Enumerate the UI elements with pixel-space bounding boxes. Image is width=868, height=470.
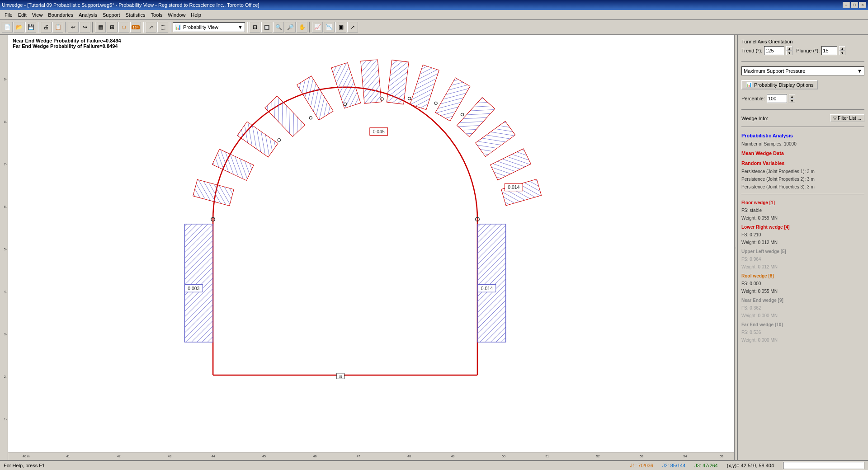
toolbar-snap[interactable]: ⊞ <box>107 22 118 33</box>
percentile-up[interactable]: ▲ <box>789 94 795 99</box>
svg-rect-17 <box>491 149 531 180</box>
menu-file[interactable]: File <box>2 11 15 19</box>
trend-value: 125 <box>765 48 774 53</box>
toolbar-select[interactable]: ⬚ <box>157 22 168 33</box>
toolbar-zoom-window[interactable]: 🔲 <box>261 22 272 33</box>
percentile-down[interactable]: ▼ <box>789 99 795 103</box>
menu-statistics[interactable]: Statistics <box>123 11 148 19</box>
ruler-52: 52 <box>596 455 600 458</box>
ruler-49: 49 <box>451 455 455 458</box>
ruler-mark-6: 6- <box>4 205 7 208</box>
plunge-input[interactable]: 15 <box>821 46 837 55</box>
close-btn[interactable]: × <box>859 2 866 8</box>
percentile-input[interactable]: 100 <box>767 94 787 103</box>
status-input[interactable] <box>783 462 864 469</box>
toolbar-pan[interactable]: ✋ <box>297 22 307 33</box>
window-controls: − □ × <box>843 2 866 8</box>
toolbar-grid[interactable]: ▦ <box>95 22 106 33</box>
ruler-mark-9: 9- <box>4 78 7 81</box>
toolbar-save[interactable]: 💾 <box>25 22 36 33</box>
trend-down[interactable]: ▼ <box>786 51 793 55</box>
toolbar-open[interactable]: 📂 <box>14 22 24 33</box>
menu-boundaries[interactable]: Boundaries <box>45 11 76 19</box>
toolbar-undo[interactable]: ↩ <box>68 22 79 33</box>
wedge-9-weight: Weight: 0.000 MN <box>741 313 864 318</box>
filter-list-btn[interactable]: ▽ Filter List ... <box>830 114 864 122</box>
ruler-mark-8: 8- <box>4 120 7 123</box>
wedge-9-fs: FS: 0.362 <box>741 306 864 310</box>
tunnel-axis-section: Tunnel Axis Orientation Trend (°): 125 ▲… <box>741 39 864 57</box>
menu-window[interactable]: Window <box>165 11 188 19</box>
wedge-9-name: Near End wedge [9] <box>741 298 864 303</box>
menu-bar: File Edit View Boundaries Analysis Suppo… <box>0 10 868 20</box>
wedge-5-fs: FS: 0.964 <box>741 257 864 262</box>
wedge-4-weight: Weight: 0.012 MN <box>741 240 864 245</box>
view-mode-dropdown[interactable]: 📊 Probability View ▼ <box>173 22 245 32</box>
menu-tools[interactable]: Tools <box>148 11 165 19</box>
toolbar-fit[interactable]: ⊡ <box>250 22 260 33</box>
ruler-47: 47 <box>357 455 360 458</box>
menu-help[interactable]: Help <box>188 11 204 19</box>
toolbar-rock[interactable]: ⬡ <box>118 22 129 33</box>
ruler-44: 44 <box>212 455 215 458</box>
menu-edit[interactable]: Edit <box>15 11 29 19</box>
svg-rect-18 <box>501 179 542 206</box>
wedge-5-name: Upper Left wedge [5] <box>741 249 864 254</box>
trend-spinner[interactable]: ▲ ▼ <box>786 46 793 55</box>
ruler-53: 53 <box>640 455 643 458</box>
tunnel-diagram: 0.045 0.014 0.003 0.014 ⊡ <box>8 35 734 460</box>
menu-support[interactable]: Support <box>100 11 123 19</box>
plunge-up[interactable]: ▲ <box>839 46 845 51</box>
toolbar-chart[interactable]: 📈 <box>312 22 323 33</box>
dropdown-arrow: ▼ <box>238 24 243 30</box>
plunge-down[interactable]: ▼ <box>839 51 845 55</box>
ruler-45: 45 <box>262 455 266 458</box>
wedge-info-label: Wedge Info: <box>741 116 768 121</box>
svg-text:0.003: 0.003 <box>188 286 199 291</box>
toolbar-scatter[interactable]: ▣ <box>335 22 346 33</box>
plunge-spinner[interactable]: ▲ ▼ <box>839 46 845 55</box>
wedge-10-fs: FS: 0.536 <box>741 330 864 335</box>
coords-status: (x,y)= 42.510, 58.404 <box>727 463 774 468</box>
svg-point-24 <box>309 117 312 119</box>
wedge-1-weight: Weight: 0.059 MN <box>741 216 864 221</box>
ruler-bottom: 40 m 41 42 43 44 45 46 47 48 49 50 51 52… <box>8 452 734 460</box>
toolbar-new[interactable]: 📄 <box>2 22 13 33</box>
menu-view[interactable]: View <box>29 11 46 19</box>
sep5 <box>170 22 171 33</box>
toolbar-copy[interactable]: 📋 <box>52 22 63 33</box>
maximize-btn[interactable]: □ <box>851 2 858 8</box>
canvas-area[interactable]: Near End Wedge Probability of Failure=0.… <box>8 35 734 460</box>
filter-icon: ▽ <box>833 116 837 121</box>
trend-up[interactable]: ▲ <box>786 46 793 51</box>
display-dropdown[interactable]: Maximum Support Pressure ▼ <box>741 66 864 75</box>
random-vars-heading: Random Variables <box>741 160 864 166</box>
toolbar-arrow[interactable]: ↗ <box>146 22 156 33</box>
divider2 <box>741 109 864 110</box>
toolbar-arrow2[interactable]: ↗ <box>347 22 358 33</box>
toolbar: 📄 📂 💾 🖨 📋 ↩ ↪ ▦ ⊞ ⬡ 134 ↗ ⬚ 📊 Probabilit… <box>0 20 868 35</box>
toolbar-zoom-out[interactable]: 🔎 <box>285 22 296 33</box>
trend-row: Trend (°): 125 ▲ ▼ Plunge (°): 15 ▲ ▼ <box>741 46 864 55</box>
toolbar-line[interactable]: 📉 <box>324 22 335 33</box>
help-text: For Help, press F1 <box>4 463 45 468</box>
percentile-spinner[interactable]: ▲ ▼ <box>789 94 795 103</box>
display-dropdown-arrow: ▼ <box>857 68 862 74</box>
wedge-5-weight: Weight: 0.012 MN <box>741 264 864 269</box>
wedge-info-header: Wedge Info: ▽ Filter List ... <box>741 114 864 122</box>
prob-display-btn[interactable]: 📊 Probability Display Options <box>741 80 818 89</box>
trend-input[interactable]: 125 <box>764 46 784 55</box>
svg-rect-9 <box>297 76 334 120</box>
wedge-4-name: Lower Right wedge [4] <box>741 225 864 230</box>
ruler-mark-3: 3- <box>4 333 7 336</box>
samples-label: Number of Samples: 10000 <box>741 141 864 146</box>
minimize-btn[interactable]: − <box>843 2 850 8</box>
toolbar-print[interactable]: 🖨 <box>41 22 52 33</box>
tunnel-axis-title: Tunnel Axis Orientation <box>741 39 864 44</box>
j1-status: J1: 70/036 <box>630 463 653 468</box>
percentile-value: 100 <box>768 96 776 101</box>
toolbar-redo[interactable]: ↪ <box>80 22 90 33</box>
toolbar-badge[interactable]: 134 <box>130 22 141 33</box>
toolbar-zoom-in[interactable]: 🔍 <box>273 22 284 33</box>
menu-analysis[interactable]: Analysis <box>76 11 100 19</box>
